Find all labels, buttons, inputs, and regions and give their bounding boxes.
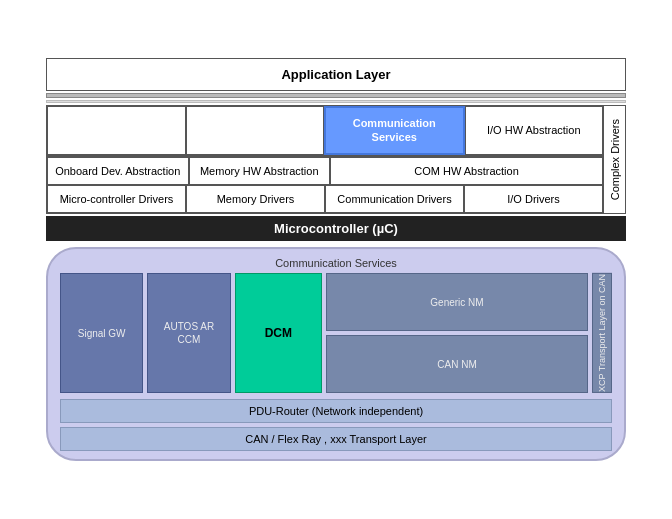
- io-hw-cell: I/O HW Abstraction: [465, 106, 604, 155]
- micro-drivers-label: Micro-controller Drivers: [60, 192, 174, 206]
- complex-drivers-label: Complex Drivers: [609, 119, 621, 200]
- io-drivers-label: I/O Drivers: [507, 192, 560, 206]
- middle-row: Onboard Dev. Abstraction Memory HW Abstr…: [47, 156, 603, 185]
- comm-right-boxes: Generic NM CAN NM: [326, 273, 588, 393]
- signal-gw-box: Signal GW: [60, 273, 143, 393]
- autosar-ccm-box: AUTOS AR CCM: [147, 273, 230, 393]
- spacer-cell-1: [47, 106, 186, 155]
- io-hw-label: I/O HW Abstraction: [487, 123, 581, 137]
- micro-bar: Microcontroller (µC): [46, 216, 626, 241]
- comm-bottom-title: Communication Services: [60, 257, 612, 269]
- app-layer-label: Application Layer: [281, 67, 390, 82]
- left-col: Communication Services I/O HW Abstractio…: [47, 106, 603, 214]
- memory-drivers-cell: Memory Drivers: [186, 185, 325, 213]
- comm-bottom-area: Communication Services Signal GW AUTOS A…: [46, 247, 626, 461]
- app-layer: Application Layer: [46, 58, 626, 91]
- comm-drivers-label: Communication Drivers: [337, 192, 451, 206]
- comm-services-label: Communication Services: [330, 116, 459, 145]
- onboard-dev-cell: Onboard Dev. Abstraction: [47, 157, 189, 185]
- separator-bar-1: [46, 93, 626, 98]
- io-drivers-cell: I/O Drivers: [464, 185, 603, 213]
- comm-services-cell: Communication Services: [324, 106, 465, 155]
- micro-drivers-cell: Micro-controller Drivers: [47, 185, 186, 213]
- bottom-row: Micro-controller Drivers Memory Drivers …: [47, 185, 603, 213]
- spacer-cell-2: [186, 106, 325, 155]
- comm-inner: Signal GW AUTOS AR CCM DCM Generic NM CA…: [60, 273, 612, 393]
- memory-hw-label: Memory HW Abstraction: [200, 164, 319, 178]
- comm-drivers-cell: Communication Drivers: [325, 185, 464, 213]
- dcm-box: DCM: [235, 273, 322, 393]
- memory-hw-cell: Memory HW Abstraction: [189, 157, 331, 185]
- can-nm-box: CAN NM: [326, 335, 588, 393]
- middle-section: Communication Services I/O HW Abstractio…: [46, 105, 626, 215]
- memory-drivers-label: Memory Drivers: [217, 192, 295, 206]
- com-hw-label: COM HW Abstraction: [414, 164, 519, 178]
- micro-bar-label: Microcontroller (µC): [274, 221, 398, 236]
- onboard-dev-label: Onboard Dev. Abstraction: [55, 164, 180, 178]
- separator-bar-2: [46, 100, 626, 103]
- xcp-col: XCP Transport Layer on CAN: [592, 273, 612, 393]
- comm-left-boxes: Signal GW AUTOS AR CCM DCM: [60, 273, 322, 393]
- top-row: Communication Services I/O HW Abstractio…: [47, 106, 603, 156]
- main-diagram: Application Layer Communication Services…: [46, 58, 626, 461]
- generic-nm-box: Generic NM: [326, 273, 588, 331]
- complex-drivers-col: Complex Drivers: [603, 106, 625, 214]
- pdu-router: PDU-Router (Network independent): [60, 399, 612, 423]
- transport-layer: CAN / Flex Ray , xxx Transport Layer: [60, 427, 612, 451]
- com-hw-cell: COM HW Abstraction: [330, 157, 603, 185]
